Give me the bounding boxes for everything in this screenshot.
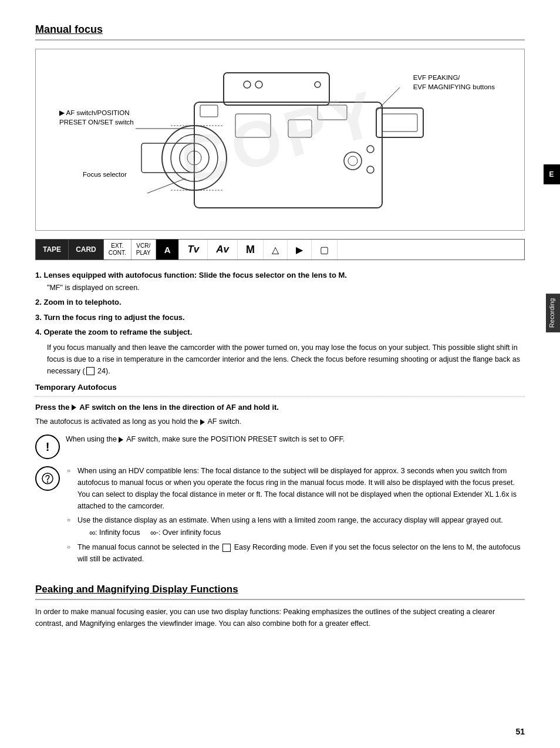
mode-bar: TAPE CARD EXT.CONT. VCR/PLAY A Tv Av M △… bbox=[35, 239, 525, 260]
info-text: When using an HDV compatible lens: The f… bbox=[66, 465, 525, 570]
side-e-tab: E bbox=[544, 164, 560, 184]
mode-icon-scene[interactable]: △ bbox=[264, 240, 288, 260]
svg-rect-23 bbox=[200, 105, 218, 117]
bullet-item-2: Use the distance display as an estimate.… bbox=[66, 514, 525, 539]
bullet-list: When using an HDV compatible lens: The f… bbox=[66, 465, 525, 565]
square-ref-icon bbox=[86, 367, 95, 375]
instruction-2: 2. Zoom in to telephoto. bbox=[35, 296, 525, 308]
af-note: The autofocus is activated as long as yo… bbox=[35, 416, 525, 427]
card-label[interactable]: CARD bbox=[69, 240, 104, 260]
page-container: COPY E Recording Manual focus EVF PEAKIN… bbox=[0, 0, 560, 748]
svg-rect-0 bbox=[194, 102, 382, 208]
warning-text: When using the AF switch, make sure the … bbox=[66, 433, 525, 445]
section2-body: In order to make manual focusing easier,… bbox=[35, 606, 525, 629]
triangle-arrow-3 bbox=[119, 437, 123, 443]
mode-icons: A Tv Av M △ ▶ ▢ bbox=[156, 240, 524, 260]
svg-point-16 bbox=[344, 152, 362, 170]
mode-icon-m[interactable]: M bbox=[238, 240, 264, 260]
page-number: 51 bbox=[515, 727, 525, 736]
vcr-label: VCR/PLAY bbox=[131, 240, 156, 260]
temp-autofocus-title: Temporary Autofocus bbox=[35, 383, 525, 392]
svg-rect-7 bbox=[376, 108, 423, 137]
svg-rect-6 bbox=[141, 143, 194, 173]
over-infinity-icon: ∞ bbox=[150, 528, 156, 537]
infinity-icon: ∞ bbox=[89, 528, 95, 537]
info-section: When using an HDV compatible lens: The f… bbox=[35, 465, 525, 570]
bullet-item-1: When using an HDV compatible lens: The f… bbox=[66, 465, 525, 512]
warning-icon: ! bbox=[35, 434, 60, 459]
svg-point-17 bbox=[348, 156, 357, 166]
section-title-peaking: Peaking and Magnifying Display Functions bbox=[35, 584, 525, 600]
svg-rect-9 bbox=[235, 114, 271, 137]
svg-rect-10 bbox=[288, 120, 312, 137]
svg-point-19 bbox=[367, 166, 374, 173]
ext-label: EXT.CONT. bbox=[104, 240, 131, 260]
svg-point-13 bbox=[315, 82, 321, 87]
dotted-divider bbox=[35, 396, 525, 397]
triangle-arrow-2 bbox=[200, 419, 205, 425]
section-title-manual-focus: Manual focus bbox=[35, 23, 525, 41]
camera-diagram bbox=[106, 67, 447, 225]
instruction-4-bold: 4. Operate the zoom to reframe the subje… bbox=[35, 326, 525, 338]
mode-icon-tv[interactable]: Tv bbox=[179, 240, 208, 260]
recording-label: Recording bbox=[546, 294, 560, 332]
instruction-1: 1. Lenses equipped with autofocus functi… bbox=[35, 269, 525, 293]
svg-point-11 bbox=[244, 81, 251, 88]
svg-rect-24 bbox=[318, 105, 347, 120]
svg-point-18 bbox=[367, 146, 374, 153]
instruction-3: 3. Turn the focus ring to adjust the foc… bbox=[35, 312, 525, 324]
warning-row: ! When using the AF switch, make sure th… bbox=[35, 433, 525, 459]
diagram-inner: EVF PEAKING/ EVF MAGNIFYING buttons ▶ AF… bbox=[48, 61, 512, 224]
info-icon bbox=[35, 466, 60, 491]
mode-icon-rect[interactable]: ▢ bbox=[312, 240, 338, 260]
svg-line-21 bbox=[147, 178, 185, 193]
svg-point-12 bbox=[255, 81, 262, 88]
info-row: When using an HDV compatible lens: The f… bbox=[35, 465, 525, 570]
mode-icon-av[interactable]: Av bbox=[208, 240, 238, 260]
tape-label[interactable]: TAPE bbox=[36, 240, 69, 260]
infinity-note: ∞: Infinity focus ∞-: Over infinity focu… bbox=[77, 526, 525, 539]
svg-rect-8 bbox=[382, 114, 417, 132]
svg-point-25 bbox=[47, 481, 48, 483]
mode-icon-auto[interactable]: A bbox=[156, 240, 180, 260]
mode-icon-play[interactable]: ▶ bbox=[288, 240, 312, 260]
instruction-4-body: If you focus manually and then leave the… bbox=[35, 342, 525, 377]
instruction-1-bold: 1. Lenses equipped with autofocus functi… bbox=[35, 271, 347, 279]
instructions-list: 1. Lenses equipped with autofocus functi… bbox=[35, 269, 525, 377]
square-easy-icon bbox=[222, 544, 231, 552]
instruction-1-sub: "MF" is displayed on screen. bbox=[35, 282, 525, 294]
triangle-arrow-1 bbox=[72, 405, 76, 410]
warning-section: ! When using the AF switch, make sure th… bbox=[35, 433, 525, 459]
press-instruction: Press the AF switch on the lens in the d… bbox=[35, 402, 525, 413]
bullet-item-3: The manual focus cannot be selected in t… bbox=[66, 541, 525, 565]
diagram-box: EVF PEAKING/ EVF MAGNIFYING buttons ▶ AF… bbox=[35, 49, 525, 231]
svg-rect-1 bbox=[224, 73, 329, 105]
